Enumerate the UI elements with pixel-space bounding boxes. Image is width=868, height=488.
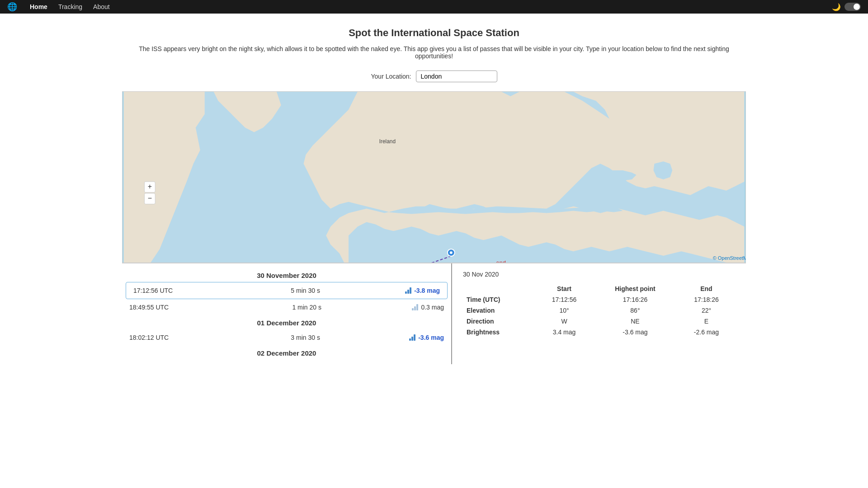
pass-row[interactable]: 18:02:12 UTC 3 min 30 s -3.6 mag: [122, 329, 451, 346]
svg-text:© OpenStreetMap contributors: © OpenStreetMap contributors: [713, 255, 745, 261]
nav-home[interactable]: Home: [24, 0, 53, 14]
nav-logo: 🌐: [7, 2, 17, 12]
col-header-end: End: [678, 283, 735, 294]
date-header-1: 30 November 2020: [122, 268, 451, 282]
row-end: E: [678, 316, 735, 327]
pass-duration: 5 min 30 s: [206, 287, 405, 294]
row-highest: 17:16:26: [593, 294, 678, 305]
nav-tracking[interactable]: Tracking: [53, 0, 88, 14]
pass-brightness: -3.8 mag: [405, 287, 440, 294]
bottom-section: 30 November 2020 17:12:56 UTC 5 min 30 s…: [122, 263, 746, 364]
svg-text:+: +: [148, 183, 152, 190]
svg-text:−: −: [148, 194, 152, 202]
table-row: Direction W NE E: [463, 316, 735, 327]
row-end: 22°: [678, 305, 735, 316]
svg-text:end: end: [496, 259, 506, 263]
location-label: Your Location:: [371, 73, 411, 80]
pass-row[interactable]: 18:49:55 UTC 1 min 20 s 0.3 mag: [122, 299, 451, 315]
brightness-bars-icon: [409, 334, 415, 341]
pass-time: 17:12:56 UTC: [133, 287, 206, 294]
page-description: The ISS appears very bright on the night…: [122, 45, 746, 60]
detail-date: 30 Nov 2020: [463, 271, 735, 278]
main-content: Spot the International Space Station The…: [113, 14, 755, 364]
date-header-2: 01 December 2020: [122, 315, 451, 329]
row-label: Direction: [463, 316, 536, 327]
navbar: 🌐 Home Tracking About 🌙: [0, 0, 868, 14]
row-label: Brightness: [463, 327, 536, 338]
pass-time: 18:49:55 UTC: [129, 304, 202, 311]
table-row: Brightness 3.4 mag -3.6 mag -2.6 mag: [463, 327, 735, 338]
pass-brightness: -3.6 mag: [409, 334, 444, 341]
brightness-bars-icon: [405, 287, 411, 294]
date-header-3: 02 December 2020: [122, 346, 451, 360]
row-highest: -3.6 mag: [593, 327, 678, 338]
detail-table: Start Highest point End Time (UTC) 17:12…: [463, 283, 735, 338]
page-title: Spot the International Space Station: [122, 27, 746, 39]
nav-about[interactable]: About: [88, 0, 115, 14]
col-header-empty: [463, 283, 536, 294]
location-input[interactable]: [416, 70, 497, 82]
map-svg: start end + − Ireland © OpenStreetMap co…: [123, 92, 745, 263]
row-highest: 86°: [593, 305, 678, 316]
col-header-highest: Highest point: [593, 283, 678, 294]
dark-mode-icon: 🌙: [832, 3, 841, 11]
map-container[interactable]: start end + − Ireland © OpenStreetMap co…: [122, 91, 746, 263]
pass-time: 18:02:12 UTC: [129, 334, 202, 341]
detail-panel: 30 Nov 2020 Start Highest point End Time…: [452, 263, 746, 364]
row-label: Elevation: [463, 305, 536, 316]
table-row: Time (UTC) 17:12:56 17:16:26 17:18:26: [463, 294, 735, 305]
row-start: 17:12:56: [536, 294, 593, 305]
pass-row[interactable]: 17:12:56 UTC 5 min 30 s -3.8 mag: [126, 282, 448, 299]
location-row: Your Location:: [122, 70, 746, 82]
row-end: 17:18:26: [678, 294, 735, 305]
pass-list: 30 November 2020 17:12:56 UTC 5 min 30 s…: [122, 263, 452, 364]
table-row: Elevation 10° 86° 22°: [463, 305, 735, 316]
row-start: 3.4 mag: [536, 327, 593, 338]
dark-mode-toggle[interactable]: [844, 3, 861, 11]
pass-duration: 3 min 30 s: [202, 334, 409, 341]
pass-duration: 1 min 20 s: [202, 304, 412, 311]
row-label: Time (UTC): [463, 294, 536, 305]
svg-text:Ireland: Ireland: [379, 138, 396, 145]
row-end: -2.6 mag: [678, 327, 735, 338]
row-start: 10°: [536, 305, 593, 316]
pass-brightness: 0.3 mag: [412, 304, 444, 311]
row-highest: NE: [593, 316, 678, 327]
brightness-bars-icon: [412, 304, 418, 310]
svg-point-6: [450, 251, 453, 254]
col-header-start: Start: [536, 283, 593, 294]
row-start: W: [536, 316, 593, 327]
